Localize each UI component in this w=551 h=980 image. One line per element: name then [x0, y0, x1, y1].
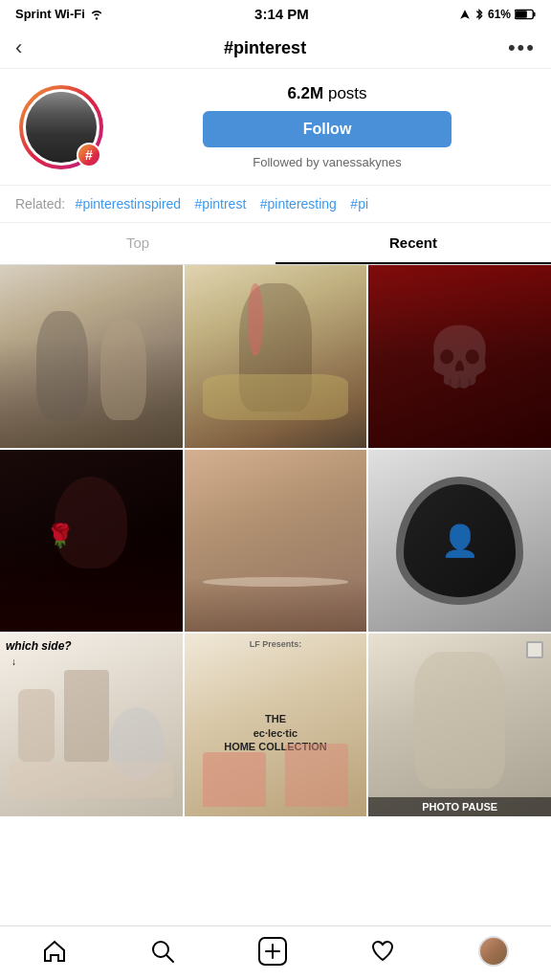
- nav-search[interactable]: [150, 939, 175, 964]
- grid-item-rose-girl[interactable]: 🌹: [0, 450, 183, 633]
- grid-item-home-collection[interactable]: LF Presents: THEec·lec·ticHOME COLLECTIO…: [185, 634, 367, 816]
- grid-item-anime[interactable]: [0, 265, 183, 448]
- tabs: Top Recent: [0, 223, 551, 265]
- grid-item-cameo[interactable]: 👤: [368, 450, 551, 633]
- svg-rect-3: [533, 11, 535, 16]
- grid-item-kid[interactable]: [185, 265, 367, 448]
- location-icon: [459, 9, 471, 20]
- followed-by: Followed by vanessakynes: [253, 155, 401, 169]
- photo-grid: 💀 🌹 👤: [0, 265, 551, 816]
- related-section: Related: #pinterestinspired #pintrest #p…: [0, 185, 551, 223]
- page-title: #pinterest: [224, 38, 306, 58]
- status-bar: Sprint Wi-Fi 3:14 PM 61%: [0, 0, 551, 28]
- nav-heart[interactable]: [370, 939, 395, 964]
- more-button[interactable]: •••: [508, 35, 536, 60]
- wifi-icon: [89, 9, 104, 20]
- profile-avatar: [478, 936, 509, 967]
- nav-bar: ‹ #pinterest •••: [0, 28, 551, 69]
- posts-count: 6.2M posts: [287, 84, 366, 103]
- tab-top[interactable]: Top: [0, 223, 276, 264]
- follow-button[interactable]: Follow: [203, 111, 452, 147]
- svg-marker-1: [460, 10, 470, 19]
- battery-text: 61%: [488, 8, 511, 21]
- svg-line-6: [166, 955, 173, 962]
- status-right: 61%: [459, 8, 536, 21]
- add-icon: [258, 937, 287, 966]
- related-tag-0[interactable]: #pinterestinspired: [76, 196, 182, 212]
- related-tag-1[interactable]: #pintrest: [195, 196, 247, 212]
- grid-item-skull[interactable]: 💀: [368, 265, 551, 448]
- battery-icon: [515, 9, 536, 20]
- bottom-nav: [0, 925, 551, 980]
- heart-icon: [370, 939, 395, 964]
- hashtag-badge: #: [77, 143, 101, 167]
- search-icon: [150, 939, 175, 964]
- nav-add[interactable]: [258, 937, 287, 966]
- svg-rect-4: [516, 11, 527, 17]
- grid-item-neck[interactable]: [185, 450, 367, 633]
- profile-info: 6.2M posts Follow Followed by vanessakyn…: [122, 84, 532, 169]
- related-label: Related:: [15, 196, 65, 212]
- status-left: Sprint Wi-Fi: [15, 7, 104, 21]
- bluetooth-icon: [474, 8, 484, 21]
- related-tag-3[interactable]: #pi: [350, 196, 368, 212]
- svg-point-0: [96, 17, 98, 19]
- avatar-wrap: #: [19, 85, 103, 169]
- carrier-text: Sprint Wi-Fi: [15, 7, 85, 21]
- grid-item-collage[interactable]: which side? ↓: [0, 634, 183, 816]
- tab-recent[interactable]: Recent: [276, 223, 551, 264]
- related-tag-2[interactable]: #pinteresting: [260, 196, 337, 212]
- nav-home[interactable]: [42, 939, 67, 964]
- back-button[interactable]: ‹: [15, 35, 22, 60]
- status-time: 3:14 PM: [254, 6, 309, 22]
- home-icon: [42, 939, 67, 964]
- grid-item-photo-pause[interactable]: PHOTO PAUSE: [368, 634, 551, 816]
- nav-profile[interactable]: [478, 936, 509, 967]
- profile-section: # 6.2M posts Follow Followed by vanessak…: [0, 69, 551, 185]
